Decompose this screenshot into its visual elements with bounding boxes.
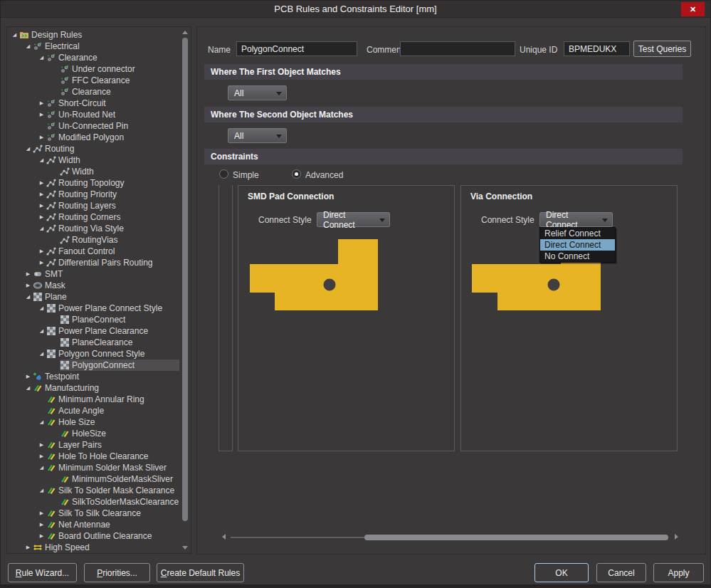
- dropdown-option-relief-connect[interactable]: Relief Connect: [540, 228, 615, 239]
- tree-item-content[interactable]: High Speed: [33, 542, 179, 553]
- expander-icon[interactable]: ▶: [37, 508, 46, 519]
- priorities-button[interactable]: Priorities...: [84, 563, 150, 582]
- expander-icon[interactable]: ◢: [10, 29, 19, 41]
- tree-item-content[interactable]: Clearance: [46, 52, 179, 63]
- tree-item-minimum-annular-ring[interactable]: Minimum Annular Ring: [7, 394, 179, 405]
- comment-input[interactable]: [400, 41, 515, 56]
- tree-item-content[interactable]: Polygon Connect Style: [46, 348, 179, 359]
- tree-item-content[interactable]: Electrical: [33, 41, 179, 52]
- tree-item-holesize[interactable]: HoleSize: [7, 428, 179, 439]
- scroll-left-icon[interactable]: [222, 534, 226, 540]
- tree-item-content[interactable]: Routing Topology: [46, 177, 179, 189]
- expander-icon[interactable]: ▶: [37, 451, 46, 462]
- tree-item-polygon-connect-style[interactable]: ◢ Polygon Connect Style: [7, 348, 179, 359]
- tree-item-content[interactable]: PolygonConnect: [60, 359, 179, 371]
- tree-item-fanout-control[interactable]: ▶ Fanout Control: [7, 246, 179, 257]
- scroll-up-icon[interactable]: [182, 31, 188, 34]
- expander-icon[interactable]: ▶: [37, 132, 46, 143]
- tree-item-content[interactable]: Power Plane Clearance: [46, 325, 179, 337]
- tree-item-content[interactable]: Un-Connected Pin: [46, 120, 179, 132]
- expander-icon[interactable]: ◢: [37, 154, 46, 166]
- tree-item-content[interactable]: Manufacturing: [33, 382, 179, 394]
- tree-item-clearance[interactable]: Clearance: [7, 86, 179, 98]
- tree-item-electrical[interactable]: ◢ Electrical: [7, 41, 179, 52]
- tree-item-high-speed[interactable]: ▶ High Speed: [7, 542, 179, 553]
- tree-item-content[interactable]: Minimum Solder Mask Sliver: [46, 462, 179, 473]
- tree-item-content[interactable]: Silk To Silk Clearance: [46, 508, 179, 519]
- advanced-radio[interactable]: [292, 169, 301, 179]
- expander-icon[interactable]: ◢: [37, 325, 46, 337]
- title-bar[interactable]: PCB Rules and Constraints Editor [mm] ✕: [1, 1, 710, 18]
- smd-connect-style-dropdown[interactable]: Direct Connect: [317, 212, 390, 227]
- tree-item-power-plane-connect-style[interactable]: ◢ Power Plane Connect Style: [7, 303, 179, 314]
- rule-wizard-button[interactable]: Rule Wizard...: [8, 563, 77, 582]
- unique-id-input[interactable]: [564, 41, 630, 56]
- simple-radio[interactable]: [219, 169, 228, 179]
- expander-icon[interactable]: ▶: [37, 519, 46, 530]
- expander-icon[interactable]: ▶: [37, 439, 46, 451]
- close-button[interactable]: ✕: [681, 2, 705, 16]
- expander-icon[interactable]: ◢: [37, 485, 46, 496]
- tree-item-content[interactable]: Testpoint: [33, 371, 179, 382]
- tree-item-planeclearance[interactable]: PlaneClearance: [7, 337, 179, 348]
- tree-item-content[interactable]: Plane: [33, 291, 179, 303]
- tree-item-content[interactable]: Minimum Annular Ring: [46, 394, 179, 405]
- tree-item-content[interactable]: Width: [46, 154, 179, 166]
- tree-item-un-routed-net[interactable]: ▶ Un-Routed Net: [7, 109, 179, 120]
- expander-icon[interactable]: ▶: [23, 280, 33, 291]
- tree-item-smt[interactable]: ▶ SMT: [7, 268, 179, 280]
- test-queries-button[interactable]: Test Queries: [633, 41, 691, 57]
- tree-item-routing[interactable]: ◢ Routing: [7, 143, 179, 154]
- tree-item-ffc-clearance[interactable]: FFC Clearance: [7, 75, 179, 86]
- tree-item-layer-pairs[interactable]: ▶ Layer Pairs: [7, 439, 179, 451]
- expander-icon[interactable]: ▶: [37, 246, 46, 257]
- cancel-button[interactable]: Cancel: [596, 563, 646, 582]
- tree-item-content[interactable]: Routing Priority: [46, 189, 179, 200]
- tree-item-clearance[interactable]: ◢ Clearance: [7, 52, 179, 63]
- tree-item-silk-to-solder-mask-clearance[interactable]: ◢ Silk To Solder Mask Clearance: [7, 485, 179, 496]
- tree-item-content[interactable]: Routing Via Style: [46, 223, 179, 234]
- tree-item-content[interactable]: Routing Corners: [46, 211, 179, 223]
- create-default-rules-button[interactable]: Create Default Rules: [157, 563, 244, 582]
- tree-item-plane[interactable]: ◢ Plane: [7, 291, 179, 303]
- expander-icon[interactable]: ▶: [23, 542, 33, 553]
- tree-item-silktosoldermaskclearance[interactable]: SilkToSolderMaskClearance: [7, 496, 179, 508]
- tree-item-content[interactable]: Design Rules: [19, 29, 179, 41]
- expander-icon[interactable]: ◢: [23, 382, 33, 394]
- constraints-hscrollbar[interactable]: [221, 533, 680, 542]
- tree-item-routing-topology[interactable]: ▶ Routing Topology: [7, 177, 179, 189]
- expander-icon[interactable]: ▶: [23, 371, 33, 382]
- expander-icon[interactable]: ◢: [23, 143, 33, 154]
- expander-icon[interactable]: ◢: [37, 223, 46, 234]
- scroll-right-icon[interactable]: [675, 534, 678, 540]
- tree-item-polygonconnect[interactable]: PolygonConnect: [7, 359, 179, 371]
- expander-icon[interactable]: ▶: [23, 268, 33, 280]
- tree-item-content[interactable]: Modified Polygon: [46, 132, 179, 143]
- tree-item-content[interactable]: Un-Routed Net: [46, 109, 179, 120]
- tree-item-content[interactable]: Net Antennae: [46, 519, 179, 530]
- expander-icon[interactable]: ▶: [37, 189, 46, 200]
- tree-item-content[interactable]: Under connector: [60, 63, 179, 75]
- expander-icon[interactable]: ▶: [37, 211, 46, 223]
- tree-item-content[interactable]: PlaneClearance: [60, 337, 179, 348]
- tree-item-minimumsoldermasksliver[interactable]: MinimumSolderMaskSliver: [7, 473, 179, 485]
- dropdown-option-direct-connect[interactable]: Direct Connect: [540, 239, 615, 251]
- tree-item-net-antennae[interactable]: ▶ Net Antennae: [7, 519, 179, 530]
- tree-item-content[interactable]: Routing Layers: [46, 200, 179, 211]
- expander-icon[interactable]: ◢: [37, 303, 46, 314]
- tree-item-routing-priority[interactable]: ▶ Routing Priority: [7, 189, 179, 200]
- tree-item-minimum-solder-mask-sliver[interactable]: ◢ Minimum Solder Mask Sliver: [7, 462, 179, 473]
- tree-item-modified-polygon[interactable]: ▶ Modified Polygon: [7, 132, 179, 143]
- tree-item-content[interactable]: Hole Size: [46, 416, 179, 428]
- tree-item-routing-via-style[interactable]: ◢ Routing Via Style: [7, 223, 179, 234]
- tree-item-content[interactable]: Hole To Hole Clearance: [46, 451, 179, 462]
- tree-item-testpoint[interactable]: ▶ Testpoint: [7, 371, 179, 382]
- tree-item-content[interactable]: MinimumSolderMaskSliver: [60, 473, 179, 485]
- name-input[interactable]: [236, 41, 357, 56]
- via-connect-style-dropdown[interactable]: Direct Connect: [539, 212, 613, 227]
- expander-icon[interactable]: ◢: [37, 462, 46, 473]
- expander-icon[interactable]: ▶: [37, 257, 46, 268]
- tree-scrollbar-thumb[interactable]: [182, 38, 188, 521]
- tree-item-hole-to-hole-clearance[interactable]: ▶ Hole To Hole Clearance: [7, 451, 179, 462]
- scroll-down-icon[interactable]: [182, 546, 188, 550]
